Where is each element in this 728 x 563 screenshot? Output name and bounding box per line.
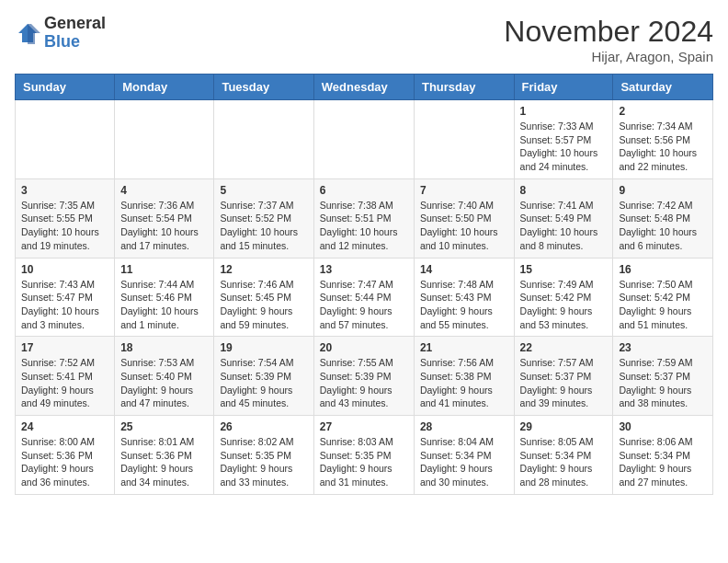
day-cell: 10Sunrise: 7:43 AM Sunset: 5:47 PM Dayli… xyxy=(16,258,115,337)
day-header-sunday: Sunday xyxy=(16,75,115,100)
day-cell: 20Sunrise: 7:55 AM Sunset: 5:39 PM Dayli… xyxy=(313,337,414,416)
day-number: 5 xyxy=(220,184,307,197)
day-number: 4 xyxy=(120,184,208,197)
header: General Blue November 2024 Hijar, Aragon… xyxy=(15,15,713,64)
day-info: Sunrise: 7:44 AM Sunset: 5:46 PM Dayligh… xyxy=(120,278,208,332)
day-number: 25 xyxy=(120,420,208,433)
day-cell: 30Sunrise: 8:06 AM Sunset: 5:34 PM Dayli… xyxy=(613,416,713,495)
week-row-4: 17Sunrise: 7:52 AM Sunset: 5:41 PM Dayli… xyxy=(16,337,713,416)
day-number: 26 xyxy=(220,420,307,433)
day-cell: 4Sunrise: 7:36 AM Sunset: 5:54 PM Daylig… xyxy=(115,178,214,258)
day-cell: 28Sunrise: 8:04 AM Sunset: 5:34 PM Dayli… xyxy=(414,416,514,495)
day-cell: 13Sunrise: 7:47 AM Sunset: 5:44 PM Dayli… xyxy=(313,258,414,337)
day-number: 30 xyxy=(619,420,707,433)
day-info: Sunrise: 7:48 AM Sunset: 5:43 PM Dayligh… xyxy=(420,278,508,332)
day-number: 15 xyxy=(520,263,608,276)
day-cell: 6Sunrise: 7:38 AM Sunset: 5:51 PM Daylig… xyxy=(313,178,414,258)
day-number: 14 xyxy=(420,263,508,276)
day-header-saturday: Saturday xyxy=(613,75,713,100)
day-number: 27 xyxy=(320,420,408,433)
day-number: 16 xyxy=(619,263,707,276)
day-info: Sunrise: 7:40 AM Sunset: 5:50 PM Dayligh… xyxy=(420,199,508,253)
day-number: 17 xyxy=(21,341,108,354)
day-info: Sunrise: 8:03 AM Sunset: 5:35 PM Dayligh… xyxy=(320,435,408,489)
location: Hijar, Aragon, Spain xyxy=(504,49,713,64)
day-cell xyxy=(414,100,514,179)
day-cell: 2Sunrise: 7:34 AM Sunset: 5:56 PM Daylig… xyxy=(613,100,713,179)
day-info: Sunrise: 7:35 AM Sunset: 5:55 PM Dayligh… xyxy=(21,199,108,253)
week-row-1: 1Sunrise: 7:33 AM Sunset: 5:57 PM Daylig… xyxy=(16,100,713,179)
day-info: Sunrise: 7:43 AM Sunset: 5:47 PM Dayligh… xyxy=(21,278,108,332)
day-info: Sunrise: 8:00 AM Sunset: 5:36 PM Dayligh… xyxy=(21,435,108,489)
logo-icon xyxy=(15,20,40,46)
day-info: Sunrise: 8:05 AM Sunset: 5:34 PM Dayligh… xyxy=(520,435,608,489)
day-number: 10 xyxy=(21,263,108,276)
day-number: 19 xyxy=(220,341,307,354)
day-header-thursday: Thursday xyxy=(414,75,514,100)
week-row-3: 10Sunrise: 7:43 AM Sunset: 5:47 PM Dayli… xyxy=(16,258,713,337)
day-info: Sunrise: 7:47 AM Sunset: 5:44 PM Dayligh… xyxy=(320,278,408,332)
day-info: Sunrise: 7:36 AM Sunset: 5:54 PM Dayligh… xyxy=(120,199,208,253)
day-header-tuesday: Tuesday xyxy=(214,75,313,100)
day-info: Sunrise: 7:41 AM Sunset: 5:49 PM Dayligh… xyxy=(520,199,608,253)
day-number: 8 xyxy=(520,184,608,197)
logo-blue-text: Blue xyxy=(44,32,80,51)
day-cell: 12Sunrise: 7:46 AM Sunset: 5:45 PM Dayli… xyxy=(214,258,313,337)
day-cell: 29Sunrise: 8:05 AM Sunset: 5:34 PM Dayli… xyxy=(514,416,613,495)
day-cell: 17Sunrise: 7:52 AM Sunset: 5:41 PM Dayli… xyxy=(16,337,115,416)
title-area: November 2024 Hijar, Aragon, Spain xyxy=(504,15,713,64)
day-info: Sunrise: 7:42 AM Sunset: 5:48 PM Dayligh… xyxy=(619,199,707,253)
day-number: 28 xyxy=(420,420,508,433)
day-number: 9 xyxy=(619,184,707,197)
day-cell: 23Sunrise: 7:59 AM Sunset: 5:37 PM Dayli… xyxy=(613,337,713,416)
day-cell: 18Sunrise: 7:53 AM Sunset: 5:40 PM Dayli… xyxy=(115,337,214,416)
day-info: Sunrise: 8:02 AM Sunset: 5:35 PM Dayligh… xyxy=(220,435,307,489)
day-cell: 24Sunrise: 8:00 AM Sunset: 5:36 PM Dayli… xyxy=(16,416,115,495)
month-title: November 2024 xyxy=(504,15,713,49)
day-info: Sunrise: 8:01 AM Sunset: 5:36 PM Dayligh… xyxy=(120,435,208,489)
logo: General Blue xyxy=(15,15,106,52)
day-number: 20 xyxy=(320,341,408,354)
day-info: Sunrise: 7:59 AM Sunset: 5:37 PM Dayligh… xyxy=(619,356,707,410)
day-info: Sunrise: 7:53 AM Sunset: 5:40 PM Dayligh… xyxy=(120,356,208,410)
day-number: 23 xyxy=(619,341,707,354)
day-header-wednesday: Wednesday xyxy=(313,75,414,100)
day-info: Sunrise: 7:55 AM Sunset: 5:39 PM Dayligh… xyxy=(320,356,408,410)
day-number: 11 xyxy=(120,263,208,276)
day-number: 13 xyxy=(320,263,408,276)
calendar: SundayMondayTuesdayWednesdayThursdayFrid… xyxy=(15,74,713,495)
day-number: 29 xyxy=(520,420,608,433)
day-info: Sunrise: 7:38 AM Sunset: 5:51 PM Dayligh… xyxy=(320,199,408,253)
day-cell: 26Sunrise: 8:02 AM Sunset: 5:35 PM Dayli… xyxy=(214,416,313,495)
day-info: Sunrise: 7:54 AM Sunset: 5:39 PM Dayligh… xyxy=(220,356,307,410)
day-number: 24 xyxy=(21,420,108,433)
day-info: Sunrise: 7:34 AM Sunset: 5:56 PM Dayligh… xyxy=(619,120,707,174)
day-number: 2 xyxy=(619,105,707,118)
day-info: Sunrise: 8:06 AM Sunset: 5:34 PM Dayligh… xyxy=(619,435,707,489)
week-row-5: 24Sunrise: 8:00 AM Sunset: 5:36 PM Dayli… xyxy=(16,416,713,495)
day-number: 12 xyxy=(220,263,307,276)
day-cell xyxy=(16,100,115,179)
day-number: 18 xyxy=(120,341,208,354)
day-cell: 21Sunrise: 7:56 AM Sunset: 5:38 PM Dayli… xyxy=(414,337,514,416)
day-info: Sunrise: 7:49 AM Sunset: 5:42 PM Dayligh… xyxy=(520,278,608,332)
day-cell: 1Sunrise: 7:33 AM Sunset: 5:57 PM Daylig… xyxy=(514,100,613,179)
day-info: Sunrise: 7:52 AM Sunset: 5:41 PM Dayligh… xyxy=(21,356,108,410)
day-cell: 22Sunrise: 7:57 AM Sunset: 5:37 PM Dayli… xyxy=(514,337,613,416)
day-cell: 25Sunrise: 8:01 AM Sunset: 5:36 PM Dayli… xyxy=(115,416,214,495)
day-cell: 8Sunrise: 7:41 AM Sunset: 5:49 PM Daylig… xyxy=(514,178,613,258)
calendar-body: 1Sunrise: 7:33 AM Sunset: 5:57 PM Daylig… xyxy=(16,100,713,495)
day-cell: 14Sunrise: 7:48 AM Sunset: 5:43 PM Dayli… xyxy=(414,258,514,337)
day-cell: 7Sunrise: 7:40 AM Sunset: 5:50 PM Daylig… xyxy=(414,178,514,258)
logo-general-text: General xyxy=(44,14,106,32)
day-number: 21 xyxy=(420,341,508,354)
day-cell: 19Sunrise: 7:54 AM Sunset: 5:39 PM Dayli… xyxy=(214,337,313,416)
day-info: Sunrise: 7:56 AM Sunset: 5:38 PM Dayligh… xyxy=(420,356,508,410)
day-header-monday: Monday xyxy=(115,75,214,100)
day-info: Sunrise: 7:50 AM Sunset: 5:42 PM Dayligh… xyxy=(619,278,707,332)
day-header-friday: Friday xyxy=(514,75,613,100)
day-number: 3 xyxy=(21,184,108,197)
days-header-row: SundayMondayTuesdayWednesdayThursdayFrid… xyxy=(16,75,713,100)
day-number: 7 xyxy=(420,184,508,197)
day-cell: 9Sunrise: 7:42 AM Sunset: 5:48 PM Daylig… xyxy=(613,178,713,258)
